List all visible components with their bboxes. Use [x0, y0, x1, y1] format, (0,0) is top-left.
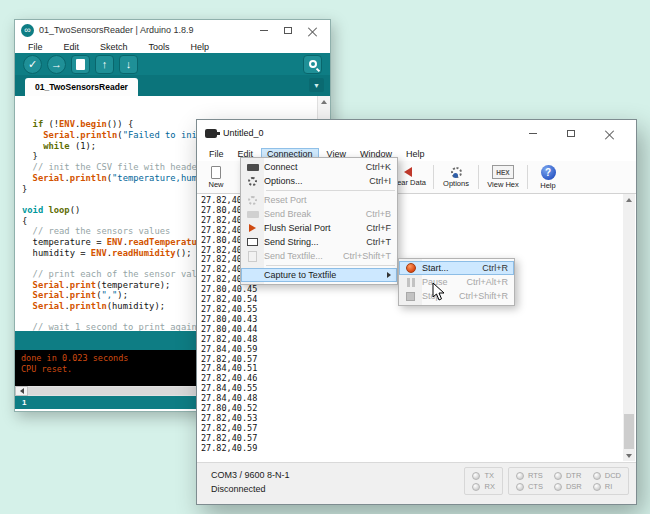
menubar-item-help[interactable]: Help [185, 41, 216, 53]
led-group: RTSCTSDTRDSRDCDRI [508, 467, 629, 495]
toolbar-help-button[interactable]: ?Help [530, 162, 566, 192]
menu-item-shortcut: Ctrl+Shift+T [343, 251, 391, 261]
arduino-logo-icon: ∞ [21, 24, 34, 37]
menu-item-icon-cell [399, 292, 422, 301]
verify-button[interactable]: ✓ [23, 55, 42, 74]
serial-line: 27.82,40.46 [201, 374, 622, 384]
flush-icon [249, 224, 256, 232]
led-label: RTS [528, 471, 543, 480]
menu-item-send-textfile[interactable]: Send Textfile...Ctrl+Shift+T [241, 249, 397, 263]
coolterm-statusbar: COM3 / 9600 8-N-1 Disconnected TXRXRTSCT… [197, 462, 636, 504]
scroll-up-button[interactable] [623, 194, 635, 205]
menubar-item-edit[interactable]: Edit [58, 41, 86, 53]
serial-line: 27.84,40.51 [201, 364, 622, 374]
menu-item-send-break[interactable]: Send BreakCtrl+B [241, 207, 397, 221]
led-rx: RX [472, 482, 494, 491]
led-label: DSR [566, 482, 582, 491]
menu-item-start[interactable]: Start...Ctrl+R [399, 261, 514, 275]
toolbar-options-gears-button[interactable]: Options [436, 162, 476, 192]
scroll-down-button[interactable] [623, 450, 635, 461]
menu-item-connect[interactable]: ConnectCtrl+K [241, 160, 397, 174]
upload-icon: → [51, 58, 62, 70]
arduino-close-button[interactable] [300, 21, 324, 39]
menu-item-shortcut: Ctrl+Alt+R [466, 277, 508, 287]
menu-item-options[interactable]: Options...Ctrl+I [241, 174, 397, 188]
serial-monitor-button[interactable] [303, 55, 322, 74]
send-textfile-icon [248, 251, 257, 262]
arduino-titlebar[interactable]: ∞ 01_TwoSensorsReader | Arduino 1.8.9 [15, 20, 330, 40]
save-sketch-icon: ↓ [126, 58, 132, 70]
port-settings-text: COM3 / 9600 8-N-1 [211, 468, 290, 482]
menubar-item-help[interactable]: Help [400, 148, 431, 160]
arduino-minimize-button[interactable] [252, 21, 276, 39]
tab-dropdown-button[interactable]: ▼ [309, 78, 324, 92]
help-icon: ? [541, 165, 556, 180]
serial-line: 27.82,40.59 [201, 444, 622, 454]
led-label: RI [605, 482, 613, 491]
toolbar-view-hex-button[interactable]: HEXView Hex [481, 162, 525, 192]
serial-line: 27.80,40.52 [201, 404, 622, 414]
terminal-scrollbar[interactable] [623, 194, 635, 461]
new-sketch-button[interactable] [71, 55, 90, 74]
desktop: ∞ 01_TwoSensorsReader | Arduino 1.8.9 Fi… [0, 0, 650, 514]
led-dot-icon [516, 472, 524, 480]
menu-item-shortcut: Ctrl+K [366, 162, 391, 172]
toolbar-new-file-button[interactable]: New [199, 162, 233, 192]
coolterm-titlebar[interactable]: Untitled_0 [197, 120, 636, 146]
close-icon [605, 129, 614, 138]
led-label: CTS [528, 482, 543, 491]
menubar-item-sketch[interactable]: Sketch [94, 41, 134, 53]
upload-button[interactable]: → [47, 55, 66, 74]
menu-item-label: Flush Serial Port [264, 223, 331, 233]
serial-line: 27.84,40.48 [201, 394, 622, 404]
menu-item-shortcut: Ctrl+T [366, 237, 391, 247]
arduino-window-title: 01_TwoSensorsReader | Arduino 1.8.9 [39, 25, 193, 35]
scroll-left-button[interactable] [15, 386, 28, 396]
menu-item-send-string[interactable]: Send String...Ctrl+T [241, 235, 397, 249]
led-dcd: DCD [593, 471, 621, 480]
menubar-item-file[interactable]: File [22, 41, 49, 53]
menu-item-label: Start... [422, 263, 449, 273]
menu-item-pause[interactable]: PauseCtrl+Alt+R [399, 275, 514, 289]
led-label: RX [484, 482, 494, 491]
menu-item-label: Send Break [264, 209, 311, 219]
line-number: 1 [22, 398, 26, 407]
scroll-up-icon [626, 198, 632, 202]
led-rts: RTS [516, 471, 543, 480]
new-sketch-icon [76, 59, 85, 70]
submenu-arrow-icon [387, 272, 391, 278]
maximize-icon [567, 130, 575, 137]
menu-item-flush-serial-port[interactable]: Flush Serial PortCtrl+F [241, 221, 397, 235]
coolterm-minimize-button[interactable] [514, 120, 552, 146]
menu-item-reset-port[interactable]: Reset Port [241, 193, 397, 207]
open-sketch-button[interactable]: ↑ [95, 55, 114, 74]
coolterm-maximize-button[interactable] [552, 120, 590, 146]
scrollbar-thumb[interactable] [624, 414, 634, 449]
led-dot-icon [593, 483, 601, 491]
coolterm-app-icon [205, 129, 217, 138]
capture-submenu: Start...Ctrl+RPauseCtrl+Alt+RStopCtrl+Sh… [398, 258, 515, 306]
menubar-item-tools[interactable]: Tools [143, 41, 176, 53]
arduino-menubar: FileEditSketchToolsHelp [15, 40, 330, 53]
menu-item-icon-cell [241, 211, 264, 218]
menu-item-stop[interactable]: StopCtrl+Shift+R [399, 289, 514, 303]
connection-state-text: Disconnected [211, 482, 290, 496]
coolterm-close-button[interactable] [590, 120, 628, 146]
signal-led-area: TXRXRTSCTSDTRDSRDCDRI [464, 467, 629, 495]
sketch-tab[interactable]: 01_TwoSensorsReader [25, 78, 138, 96]
reset-icon [248, 196, 257, 205]
led-dot-icon [554, 483, 562, 491]
serial-line: 27.84,40.59 [201, 345, 622, 355]
save-sketch-button[interactable]: ↓ [119, 55, 138, 74]
menu-item-capture-to-textfile[interactable]: Capture to Textfile [241, 268, 397, 282]
led-ri: RI [593, 482, 621, 491]
stop-icon [406, 292, 415, 301]
menu-item-label: Connect [264, 162, 298, 172]
serial-line: 27.82,40.55 [201, 305, 622, 315]
arduino-maximize-button[interactable] [276, 21, 300, 39]
view-hex-icon: HEX [492, 165, 514, 179]
serial-line: 27.82,40.53 [201, 414, 622, 424]
led-cts: CTS [516, 482, 543, 491]
menu-item-icon-cell [241, 196, 264, 205]
menubar-item-file[interactable]: File [203, 148, 230, 160]
